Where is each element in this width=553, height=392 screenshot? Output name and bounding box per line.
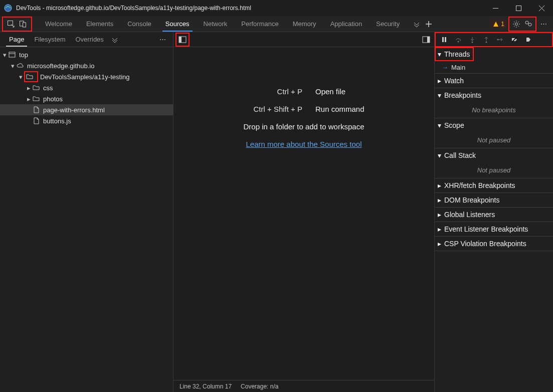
section-watch: ▸ Watch [435, 74, 553, 88]
step-over-icon[interactable] [452, 34, 465, 46]
tab-security[interactable]: Security [369, 16, 407, 32]
chevron-right-icon: ▸ [438, 225, 441, 233]
close-button[interactable] [530, 0, 553, 16]
tree-domain-label: microsoftedge.github.io [27, 62, 94, 70]
chevron-down-icon: ▾ [438, 121, 441, 129]
section-scope-header[interactable]: ▾ Scope [435, 118, 553, 132]
step-icon[interactable] [494, 34, 507, 46]
minimize-button[interactable] [484, 0, 507, 16]
settings-icon[interactable] [510, 18, 522, 30]
maximize-button[interactable] [507, 0, 530, 16]
section-breakpoints-header[interactable]: ▾ Breakpoints [435, 88, 553, 102]
file-icon [32, 106, 40, 114]
callstack-label: Call Stack [444, 151, 476, 159]
chevron-down-icon: ▾ [438, 151, 441, 159]
debug-toolbar [435, 32, 553, 47]
navigator-pane: Page Filesystem Overrides ⋯ ▾ top ▾ micr… [0, 32, 173, 392]
section-global-header[interactable]: ▸ Global Listeners [435, 208, 553, 222]
section-breakpoints: ▾ Breakpoints No breakpoints [435, 88, 553, 118]
tree-file-js[interactable]: buttons.js [0, 115, 173, 126]
tree-top-label: top [19, 51, 28, 59]
tab-filesystem[interactable]: Filesystem [29, 32, 70, 47]
cloud-icon [16, 62, 24, 70]
inspect-element-icon[interactable] [5, 18, 17, 30]
chevron-down-icon: ▾ [9, 62, 16, 70]
file-tree: ▾ top ▾ microsoftedge.github.io ▾ DevToo… [0, 47, 173, 392]
pause-exceptions-icon[interactable] [522, 34, 535, 46]
more-navigator-tabs-icon[interactable] [109, 34, 121, 46]
tree-path[interactable]: ▾ DevToolsSamples/a11y-testing [0, 71, 173, 82]
chevron-right-icon: ▸ [25, 84, 32, 92]
svg-point-16 [472, 42, 473, 43]
thread-main[interactable]: → Main [435, 61, 553, 73]
chevron-right-icon: ▸ [25, 95, 32, 103]
thread-main-label: Main [451, 64, 465, 71]
shortcut-run-label: Run command [315, 105, 396, 113]
section-threads-header[interactable]: ▾ Threads [435, 47, 474, 61]
tree-folder-css[interactable]: ▸ css [0, 82, 173, 93]
device-emulation-icon[interactable] [17, 18, 29, 30]
chevron-right-icon: ▸ [438, 181, 441, 189]
step-into-icon[interactable] [466, 34, 479, 46]
coverage-status: Coverage: n/a [241, 383, 278, 390]
navigator-menu-icon[interactable]: ⋯ [156, 36, 169, 43]
pause-icon[interactable] [438, 34, 451, 46]
csp-label: CSP Violation Breakpoints [444, 240, 526, 248]
debugger-pane: ▾ Threads → Main ▸ Watch ▾ Breakpoints N… [434, 32, 553, 392]
chevron-down-icon: ▾ [1, 51, 8, 59]
hide-debugger-icon[interactable] [420, 34, 432, 46]
tab-console[interactable]: Console [120, 16, 158, 32]
status-bar: Line 32, Column 17 Coverage: n/a [173, 380, 434, 392]
editor-pane: Ctrl + P Open file Ctrl + Shift + P Run … [173, 32, 434, 392]
add-tab-icon[interactable] [423, 18, 435, 30]
svg-rect-4 [23, 23, 26, 27]
chevron-right-icon: ▸ [438, 240, 441, 248]
main-toolbar: Welcome Elements Console Sources Network… [0, 16, 553, 32]
tab-memory[interactable]: Memory [286, 16, 323, 32]
threads-label: Threads [444, 50, 470, 58]
tab-elements[interactable]: Elements [79, 16, 120, 32]
section-callstack: ▾ Call Stack Not paused [435, 148, 553, 178]
step-out-icon[interactable] [480, 34, 493, 46]
section-callstack-header[interactable]: ▾ Call Stack [435, 148, 553, 162]
cursor-position: Line 32, Column 17 [179, 383, 232, 390]
more-tabs-icon[interactable] [411, 18, 423, 30]
section-csp-header[interactable]: ▸ CSP Violation Breakpoints [435, 237, 553, 251]
svg-point-18 [497, 39, 499, 41]
section-dom-header[interactable]: ▸ DOM Breakpoints [435, 193, 553, 207]
chevron-down-icon: ▾ [17, 73, 24, 81]
tab-performance[interactable]: Performance [234, 16, 285, 32]
tree-folder-photos[interactable]: ▸ photos [0, 93, 173, 104]
section-event-header[interactable]: ▸ Event Listener Breakpoints [435, 222, 553, 236]
inspect-tools-group [2, 17, 32, 32]
main-menu-icon[interactable]: ⋯ [537, 20, 550, 28]
warning-badge[interactable]: 1 [490, 20, 507, 29]
tree-file-html[interactable]: page-with-errors.html [0, 104, 173, 115]
tree-top[interactable]: ▾ top [0, 49, 173, 60]
svg-rect-13 [442, 37, 444, 42]
svg-rect-12 [427, 37, 430, 43]
feedback-icon[interactable] [522, 18, 534, 30]
deactivate-breakpoints-icon[interactable] [508, 34, 521, 46]
section-global: ▸ Global Listeners [435, 208, 553, 222]
tab-sources[interactable]: Sources [158, 16, 197, 32]
section-xhr-header[interactable]: ▸ XHR/fetch Breakpoints [435, 178, 553, 192]
section-xhr: ▸ XHR/fetch Breakpoints [435, 178, 553, 193]
svg-point-7 [528, 23, 531, 26]
tab-overrides[interactable]: Overrides [71, 32, 109, 47]
global-label: Global Listeners [444, 211, 495, 219]
section-watch-header[interactable]: ▸ Watch [435, 74, 553, 88]
tab-application[interactable]: Application [323, 16, 370, 32]
shortcut-open-key: Ctrl + P [212, 87, 302, 96]
tree-path-label: DevToolsSamples/a11y-testing [40, 73, 129, 81]
section-scope: ▾ Scope Not paused [435, 118, 553, 148]
svg-rect-1 [516, 6, 521, 11]
tab-network[interactable]: Network [197, 16, 235, 32]
learn-more-link[interactable]: Learn more about the Sources tool [246, 140, 362, 148]
tab-welcome[interactable]: Welcome [38, 16, 79, 32]
svg-point-5 [515, 23, 518, 25]
tree-domain[interactable]: ▾ microsoftedge.github.io [0, 60, 173, 71]
hide-navigator-icon[interactable] [176, 34, 189, 46]
warning-count: 1 [501, 21, 504, 28]
tab-page[interactable]: Page [4, 32, 29, 47]
